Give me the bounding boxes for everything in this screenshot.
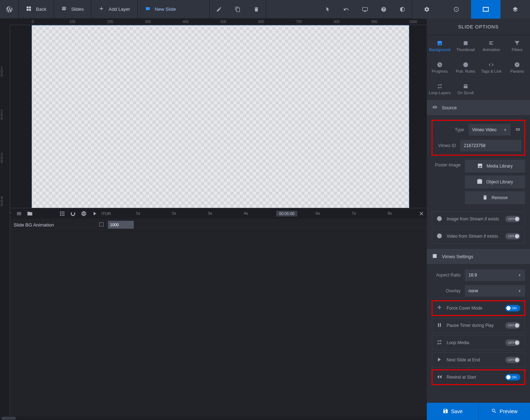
search-icon [491, 408, 497, 415]
globe-icon [437, 233, 442, 240]
tab-loop-layers[interactable]: Loop Layers [427, 78, 453, 100]
tab-thumbnail[interactable]: Thumbnail [453, 35, 479, 57]
help-icon[interactable] [374, 0, 393, 19]
cursor-icon[interactable] [318, 0, 337, 19]
video-from-stream-toggle[interactable]: Video from Stream if exists OFF [432, 229, 525, 244]
editor-area: 0 100 200 300 400 500 600 700 800 900 10… [0, 19, 427, 420]
horizontal-scrollbar[interactable] [0, 416, 427, 420]
source-highlight-box: Type Vimeo Video▼ Vimeo ID [432, 120, 525, 155]
tab-params[interactable]: Params [504, 57, 530, 78]
timeline-row[interactable]: Slide BG Animation 1000 [0, 219, 427, 232]
vimeo-id-input[interactable] [460, 140, 521, 151]
tab-pub-rules[interactable]: Pub. Rules [453, 57, 479, 78]
ruler-horizontal: 0 100 200 300 400 500 600 700 800 900 10… [10, 19, 427, 25]
overlay-select[interactable]: none▼ [465, 285, 525, 297]
timeline-current-time: 00:05:00 [276, 211, 297, 216]
globe-icon [437, 216, 442, 223]
tab-background[interactable]: Background [427, 35, 453, 57]
trash-icon [482, 195, 488, 201]
folder-icon[interactable] [24, 208, 35, 219]
source-section-header[interactable]: Source [427, 100, 530, 115]
navigation-tab[interactable] [442, 0, 471, 19]
options-tabs: Background Thumbnail Animation Filters P… [427, 35, 530, 100]
pause-timer-toggle[interactable]: Pause Timer during Play OFF [432, 318, 525, 333]
vimeo-section-header[interactable]: Vimeo Settings [427, 249, 530, 264]
preview-button[interactable]: Preview [479, 403, 530, 420]
menu-icon[interactable] [14, 208, 24, 219]
globe-icon[interactable] [78, 208, 89, 219]
clip-icon [99, 222, 104, 228]
settings-icon [432, 253, 438, 260]
add-layer-button[interactable]: Add Layer [91, 0, 137, 19]
grid-icon [26, 6, 32, 13]
layer-tab[interactable] [501, 0, 530, 19]
timeline-body: Slide BG Animation 1000 [0, 219, 427, 420]
expand-icon [437, 305, 442, 312]
desktop-icon[interactable] [356, 0, 374, 19]
ruler-vertical: 100 200 300 400 [0, 25, 10, 420]
undo-icon[interactable] [337, 0, 356, 19]
timeline-toolbar: ITOR 1s 2s 3s 4s 00:05:00 6s 7s 8s [0, 208, 427, 219]
close-timeline-icon[interactable] [416, 211, 427, 216]
delete-icon[interactable] [247, 0, 266, 19]
back-button[interactable]: Back [19, 0, 54, 19]
force-cover-toggle[interactable]: Force Cover Mode ON [432, 301, 525, 316]
slide-canvas[interactable] [32, 25, 409, 208]
slides-button[interactable]: Slides [54, 0, 91, 19]
slide-tab[interactable] [471, 0, 501, 19]
remove-button[interactable]: Remove [465, 191, 525, 204]
image-icon [477, 163, 483, 170]
duplicate-icon[interactable] [228, 0, 247, 19]
type-select[interactable]: Vimeo Video▼ [469, 124, 511, 136]
rewind-icon [437, 374, 442, 381]
image-from-stream-toggle[interactable]: Image from Stream if exists OFF [432, 211, 525, 227]
add-layer-icon [99, 6, 104, 13]
new-slide-tab[interactable]: New Slide [138, 0, 210, 19]
editor-label: ITOR [101, 211, 111, 216]
slide-icon [145, 6, 151, 13]
settings-tab[interactable] [412, 0, 442, 19]
aspect-ratio-select[interactable]: 16:9▼ [465, 269, 525, 281]
media-library-button[interactable]: Media Library [465, 160, 525, 173]
pause-icon [437, 322, 442, 329]
tab-tags-link[interactable]: Tags & Link [479, 57, 504, 78]
magnet-icon[interactable] [68, 208, 78, 219]
top-toolbar: Back Slides Add Layer New Slide [0, 0, 530, 19]
play-icon[interactable] [89, 208, 100, 219]
tab-filters[interactable]: Filters [504, 35, 530, 57]
slides-icon [61, 6, 67, 13]
next-slide-toggle[interactable]: Next Slide at End OFF [432, 352, 525, 368]
sidebar: SLIDE OPTIONS Background Thumbnail Anima… [427, 19, 530, 420]
tab-on-scroll[interactable]: On Scroll [453, 78, 479, 100]
camera-icon [477, 179, 483, 186]
edit-icon[interactable] [210, 0, 228, 19]
save-icon [443, 408, 448, 415]
wordpress-logo[interactable] [0, 0, 19, 19]
tab-animation[interactable]: Animation [479, 35, 504, 57]
object-library-button[interactable]: Object Library [465, 175, 525, 188]
timeline-ruler[interactable]: 1s 2s 3s 4s 00:05:00 6s 7s 8s [111, 208, 416, 219]
tab-progress[interactable]: Progress [427, 57, 453, 78]
link-icon [432, 104, 438, 111]
loop-media-toggle[interactable]: Loop Media OFF [432, 335, 525, 350]
save-button[interactable]: Save [427, 403, 479, 420]
timeline-segment[interactable]: 1000 [108, 221, 134, 229]
sidebar-title: SLIDE OPTIONS [427, 19, 530, 35]
contrast-icon[interactable] [393, 0, 412, 19]
next-icon [437, 357, 442, 364]
grid-snap-icon[interactable] [57, 208, 68, 219]
link-icon[interactable] [515, 127, 521, 133]
loop-icon [437, 339, 442, 346]
rewind-toggle[interactable]: Rewind at Start ON [432, 370, 525, 385]
